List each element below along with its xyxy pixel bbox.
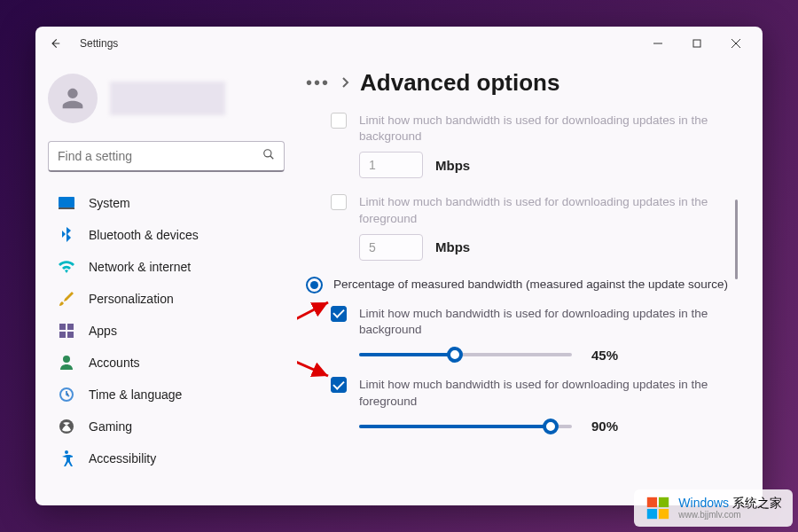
bluetooth-icon bbox=[59, 227, 74, 243]
maximize-button[interactable] bbox=[677, 30, 716, 57]
percent-fg-checkbox[interactable] bbox=[331, 377, 347, 393]
percentage-radio[interactable] bbox=[306, 277, 323, 293]
svg-rect-2 bbox=[59, 197, 74, 207]
sidebar: System Bluetooth & devices Network & int… bbox=[35, 60, 297, 505]
svg-rect-3 bbox=[59, 207, 74, 209]
page-title: Advanced options bbox=[360, 69, 559, 97]
window-controls bbox=[638, 30, 755, 57]
main-content: ••• Advanced options Limit how much band… bbox=[297, 60, 763, 505]
nav-label: Accounts bbox=[89, 356, 140, 370]
back-button[interactable] bbox=[43, 31, 67, 56]
sidebar-item-apps[interactable]: Apps bbox=[48, 316, 285, 346]
svg-point-1 bbox=[264, 150, 271, 157]
back-arrow-icon bbox=[49, 37, 61, 50]
svg-rect-4 bbox=[59, 324, 66, 330]
maximize-icon bbox=[692, 39, 701, 48]
minimize-button[interactable] bbox=[638, 30, 677, 57]
close-icon bbox=[732, 39, 740, 48]
paintbrush-icon bbox=[59, 291, 74, 307]
svg-rect-13 bbox=[659, 497, 669, 507]
settings-window: Settings bbox=[35, 27, 763, 505]
mbps-unit: Mbps bbox=[435, 158, 470, 173]
percent-bg-slider[interactable] bbox=[359, 347, 572, 363]
sidebar-item-bluetooth[interactable]: Bluetooth & devices bbox=[48, 220, 285, 250]
svg-point-8 bbox=[63, 356, 70, 363]
person-icon bbox=[59, 355, 74, 371]
windows-logo-icon bbox=[645, 495, 671, 521]
avatar bbox=[48, 74, 98, 123]
absolute-fg-input bbox=[359, 234, 423, 261]
absolute-bg-label: Limit how much bandwidth is used for dow… bbox=[359, 113, 734, 145]
clock-icon bbox=[59, 387, 74, 403]
svg-rect-15 bbox=[659, 509, 669, 519]
percent-bg-value: 45% bbox=[591, 348, 629, 363]
absolute-fg-label: Limit how much bandwidth is used for dow… bbox=[359, 194, 734, 226]
nav-label: Personalization bbox=[89, 292, 174, 306]
sidebar-item-gaming[interactable]: Gaming bbox=[48, 411, 285, 442]
sidebar-item-network[interactable]: Network & internet bbox=[48, 252, 285, 282]
svg-rect-14 bbox=[647, 509, 657, 519]
absolute-bg-input bbox=[359, 152, 423, 178]
titlebar: Settings bbox=[35, 27, 763, 60]
watermark: Windows 系统之家 www.bjjmlv.com bbox=[634, 489, 793, 527]
profile-name-redacted bbox=[110, 82, 225, 115]
percent-fg-slider[interactable] bbox=[359, 419, 572, 434]
sidebar-item-personalization[interactable]: Personalization bbox=[48, 284, 285, 314]
chevron-right-icon bbox=[340, 75, 349, 91]
percent-fg-value: 90% bbox=[591, 419, 629, 434]
xbox-icon bbox=[59, 419, 74, 434]
profile-section[interactable] bbox=[48, 60, 285, 141]
scrollbar[interactable] bbox=[735, 200, 738, 279]
svg-rect-7 bbox=[67, 332, 74, 338]
breadcrumb-overflow[interactable]: ••• bbox=[306, 73, 330, 93]
mbps-unit: Mbps bbox=[435, 239, 470, 254]
absolute-fg-checkbox bbox=[331, 194, 347, 210]
nav-list: System Bluetooth & devices Network & int… bbox=[48, 188, 285, 473]
search-icon bbox=[254, 148, 284, 164]
svg-rect-12 bbox=[647, 497, 657, 507]
accessibility-icon bbox=[59, 450, 74, 466]
percent-fg-label: Limit how much bandwidth is used for dow… bbox=[359, 377, 734, 409]
search-input[interactable] bbox=[49, 142, 254, 170]
apps-icon bbox=[59, 323, 74, 339]
nav-label: Apps bbox=[89, 324, 117, 338]
breadcrumb: ••• Advanced options bbox=[306, 69, 738, 97]
search-box[interactable] bbox=[48, 141, 285, 172]
nav-label: Gaming bbox=[89, 419, 132, 434]
sidebar-item-time[interactable]: Time & language bbox=[48, 379, 285, 410]
percent-bg-checkbox[interactable] bbox=[331, 306, 347, 322]
nav-label: Network & internet bbox=[89, 260, 191, 274]
settings-content: Limit how much bandwidth is used for dow… bbox=[306, 113, 738, 494]
nav-label: Bluetooth & devices bbox=[89, 228, 199, 242]
svg-rect-5 bbox=[67, 324, 74, 330]
nav-label: Time & language bbox=[89, 387, 182, 402]
percentage-radio-label: Percentage of measured bandwidth (measur… bbox=[333, 277, 728, 293]
person-icon bbox=[58, 83, 88, 113]
nav-label: Accessibility bbox=[89, 451, 156, 466]
app-title: Settings bbox=[80, 37, 118, 50]
sidebar-item-accounts[interactable]: Accounts bbox=[48, 348, 285, 378]
sidebar-item-accessibility[interactable]: Accessibility bbox=[48, 443, 285, 473]
percent-bg-label: Limit how much bandwidth is used for dow… bbox=[359, 306, 734, 338]
sidebar-item-system[interactable]: System bbox=[48, 188, 285, 218]
wifi-icon bbox=[59, 259, 74, 275]
absolute-bg-checkbox bbox=[331, 113, 347, 129]
system-icon bbox=[59, 195, 74, 211]
nav-label: System bbox=[89, 196, 130, 210]
svg-rect-0 bbox=[693, 40, 700, 47]
svg-point-11 bbox=[65, 450, 68, 454]
minimize-icon bbox=[653, 39, 662, 48]
close-button[interactable] bbox=[716, 30, 755, 57]
svg-rect-6 bbox=[59, 332, 66, 338]
